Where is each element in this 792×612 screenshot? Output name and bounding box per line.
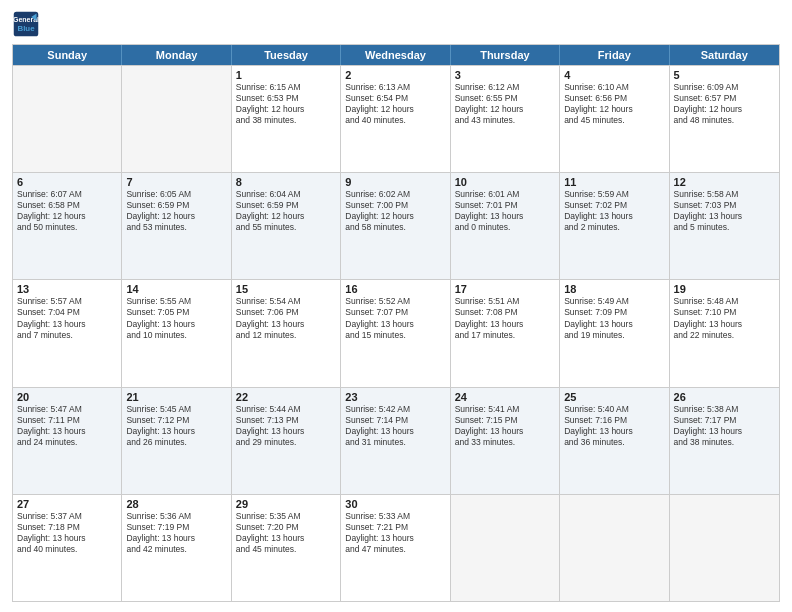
calendar-cell: 25Sunrise: 5:40 AMSunset: 7:16 PMDayligh… <box>560 388 669 494</box>
calendar-body: 1Sunrise: 6:15 AMSunset: 6:53 PMDaylight… <box>13 65 779 601</box>
day-number: 10 <box>455 176 555 188</box>
calendar-cell: 12Sunrise: 5:58 AMSunset: 7:03 PMDayligh… <box>670 173 779 279</box>
calendar-cell: 13Sunrise: 5:57 AMSunset: 7:04 PMDayligh… <box>13 280 122 386</box>
cell-line: Sunset: 7:09 PM <box>564 307 664 318</box>
header: General Blue <box>12 10 780 38</box>
cell-line: Daylight: 13 hours <box>126 426 226 437</box>
cell-line: Daylight: 13 hours <box>126 533 226 544</box>
cell-line: Sunset: 7:04 PM <box>17 307 117 318</box>
cell-line: Sunset: 7:11 PM <box>17 415 117 426</box>
cell-line: Daylight: 13 hours <box>236 319 336 330</box>
page: General Blue SundayMondayTuesdayWednesda… <box>0 0 792 612</box>
cell-line: and 50 minutes. <box>17 222 117 233</box>
calendar-cell: 28Sunrise: 5:36 AMSunset: 7:19 PMDayligh… <box>122 495 231 601</box>
cell-line: Daylight: 13 hours <box>564 211 664 222</box>
cell-line: Sunset: 7:03 PM <box>674 200 775 211</box>
cell-line: and 12 minutes. <box>236 330 336 341</box>
calendar-cell: 26Sunrise: 5:38 AMSunset: 7:17 PMDayligh… <box>670 388 779 494</box>
cell-line: and 36 minutes. <box>564 437 664 448</box>
logo: General Blue <box>12 10 44 38</box>
cell-line: Sunrise: 5:55 AM <box>126 296 226 307</box>
day-number: 11 <box>564 176 664 188</box>
weekday-header: Wednesday <box>341 45 450 65</box>
calendar-cell: 8Sunrise: 6:04 AMSunset: 6:59 PMDaylight… <box>232 173 341 279</box>
cell-line: Daylight: 13 hours <box>236 426 336 437</box>
cell-line: Daylight: 12 hours <box>236 104 336 115</box>
day-number: 25 <box>564 391 664 403</box>
calendar-row: 1Sunrise: 6:15 AMSunset: 6:53 PMDaylight… <box>13 65 779 172</box>
cell-line: Sunrise: 5:59 AM <box>564 189 664 200</box>
calendar-cell: 15Sunrise: 5:54 AMSunset: 7:06 PMDayligh… <box>232 280 341 386</box>
calendar-cell: 19Sunrise: 5:48 AMSunset: 7:10 PMDayligh… <box>670 280 779 386</box>
cell-line: and 55 minutes. <box>236 222 336 233</box>
cell-line: and 43 minutes. <box>455 115 555 126</box>
cell-line: and 31 minutes. <box>345 437 445 448</box>
weekday-header: Saturday <box>670 45 779 65</box>
day-number: 23 <box>345 391 445 403</box>
cell-line: and 22 minutes. <box>674 330 775 341</box>
day-number: 14 <box>126 283 226 295</box>
day-number: 16 <box>345 283 445 295</box>
weekday-header: Tuesday <box>232 45 341 65</box>
cell-line: Daylight: 12 hours <box>674 104 775 115</box>
cell-line: Sunrise: 5:52 AM <box>345 296 445 307</box>
cell-line: Sunset: 7:06 PM <box>236 307 336 318</box>
calendar-row: 27Sunrise: 5:37 AMSunset: 7:18 PMDayligh… <box>13 494 779 601</box>
cell-line: Sunset: 6:59 PM <box>236 200 336 211</box>
cell-line: and 38 minutes. <box>674 437 775 448</box>
day-number: 15 <box>236 283 336 295</box>
cell-line: Sunrise: 5:58 AM <box>674 189 775 200</box>
cell-line: Sunset: 7:02 PM <box>564 200 664 211</box>
cell-line: and 40 minutes. <box>17 544 117 555</box>
calendar-cell: 22Sunrise: 5:44 AMSunset: 7:13 PMDayligh… <box>232 388 341 494</box>
cell-line: Sunset: 6:59 PM <box>126 200 226 211</box>
cell-line: Sunset: 7:13 PM <box>236 415 336 426</box>
cell-line: Daylight: 13 hours <box>126 319 226 330</box>
cell-line: Sunset: 7:21 PM <box>345 522 445 533</box>
cell-line: and 26 minutes. <box>126 437 226 448</box>
cell-line: Sunrise: 6:12 AM <box>455 82 555 93</box>
cell-line: Sunset: 6:53 PM <box>236 93 336 104</box>
cell-line: and 5 minutes. <box>674 222 775 233</box>
logo-icon: General Blue <box>12 10 40 38</box>
cell-line: Daylight: 12 hours <box>17 211 117 222</box>
calendar-cell <box>451 495 560 601</box>
cell-line: and 29 minutes. <box>236 437 336 448</box>
cell-line: Daylight: 13 hours <box>564 319 664 330</box>
day-number: 17 <box>455 283 555 295</box>
cell-line: Daylight: 12 hours <box>455 104 555 115</box>
cell-line: Sunrise: 5:45 AM <box>126 404 226 415</box>
calendar-cell: 29Sunrise: 5:35 AMSunset: 7:20 PMDayligh… <box>232 495 341 601</box>
cell-line: and 7 minutes. <box>17 330 117 341</box>
weekday-header: Sunday <box>13 45 122 65</box>
cell-line: Sunrise: 6:02 AM <box>345 189 445 200</box>
cell-line: Sunrise: 6:04 AM <box>236 189 336 200</box>
weekday-header: Thursday <box>451 45 560 65</box>
cell-line: Daylight: 12 hours <box>236 211 336 222</box>
day-number: 29 <box>236 498 336 510</box>
cell-line: Sunrise: 5:44 AM <box>236 404 336 415</box>
calendar-cell: 3Sunrise: 6:12 AMSunset: 6:55 PMDaylight… <box>451 66 560 172</box>
day-number: 9 <box>345 176 445 188</box>
cell-line: Daylight: 13 hours <box>674 211 775 222</box>
cell-line: and 15 minutes. <box>345 330 445 341</box>
calendar-cell <box>13 66 122 172</box>
day-number: 13 <box>17 283 117 295</box>
cell-line: Sunrise: 5:48 AM <box>674 296 775 307</box>
cell-line: Sunset: 7:01 PM <box>455 200 555 211</box>
cell-line: Daylight: 12 hours <box>126 211 226 222</box>
day-number: 12 <box>674 176 775 188</box>
calendar-cell <box>560 495 669 601</box>
day-number: 19 <box>674 283 775 295</box>
cell-line: Sunset: 7:10 PM <box>674 307 775 318</box>
cell-line: Sunrise: 6:15 AM <box>236 82 336 93</box>
calendar-row: 6Sunrise: 6:07 AMSunset: 6:58 PMDaylight… <box>13 172 779 279</box>
calendar-cell: 16Sunrise: 5:52 AMSunset: 7:07 PMDayligh… <box>341 280 450 386</box>
cell-line: Daylight: 13 hours <box>17 319 117 330</box>
cell-line: Daylight: 13 hours <box>674 426 775 437</box>
calendar-cell: 27Sunrise: 5:37 AMSunset: 7:18 PMDayligh… <box>13 495 122 601</box>
cell-line: Daylight: 13 hours <box>455 211 555 222</box>
cell-line: and 58 minutes. <box>345 222 445 233</box>
cell-line: Sunset: 7:14 PM <box>345 415 445 426</box>
weekday-header: Monday <box>122 45 231 65</box>
